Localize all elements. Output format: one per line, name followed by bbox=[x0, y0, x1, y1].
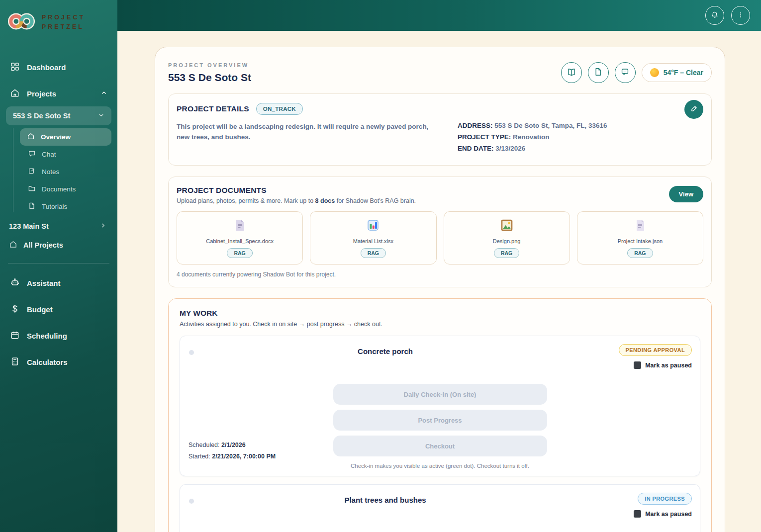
field-address: ADDRESS: 553 S De Soto St, Tampa, FL, 33… bbox=[458, 122, 703, 129]
project-selector[interactable]: 553 S De Soto St bbox=[6, 106, 111, 125]
project-subnav: Overview Chat Note bbox=[5, 128, 112, 215]
topbar bbox=[117, 0, 761, 31]
document-card[interactable]: Material List.xlsx RAG bbox=[310, 211, 436, 265]
sidebar-item-assistant[interactable]: Assistant bbox=[5, 272, 112, 294]
notifications-button[interactable] bbox=[705, 6, 724, 25]
activity-footer-note: Check-in makes you visible as active (gr… bbox=[188, 463, 692, 469]
sidebar-divider bbox=[8, 263, 109, 264]
my-work-subtitle: Activities assigned to you. Check in on … bbox=[180, 321, 700, 328]
home-icon bbox=[10, 88, 20, 99]
chevron-right-icon bbox=[100, 222, 106, 230]
brand: PROJECT PRETZEL bbox=[0, 0, 117, 44]
pencil-icon bbox=[690, 104, 698, 114]
document-card[interactable]: Design.png RAG bbox=[444, 211, 570, 265]
page-icon bbox=[593, 67, 603, 78]
pause-label: Mark as paused bbox=[645, 511, 692, 518]
field-project-type: PROJECT TYPE: Renovation bbox=[458, 133, 703, 141]
pretzel-logo-icon bbox=[7, 10, 36, 35]
sun-icon bbox=[650, 68, 659, 77]
sidebar-item-label: Chat bbox=[42, 151, 56, 158]
document-name: Cabinet_Install_Specs.docx bbox=[206, 238, 274, 244]
project-documents-subtitle: Upload plans, photos, permits & more. Ma… bbox=[177, 197, 416, 204]
kebab-menu-icon bbox=[737, 11, 745, 20]
checkbox-icon[interactable] bbox=[634, 361, 641, 369]
presence-dot bbox=[189, 350, 194, 355]
document-card[interactable]: Project Intake.json RAG bbox=[577, 211, 703, 265]
bell-icon bbox=[710, 10, 719, 21]
sidebar-item-projects[interactable]: Projects bbox=[5, 83, 112, 104]
field-end-date: END DATE: 3/13/2026 bbox=[458, 145, 703, 152]
main-area: PROJECT OVERVIEW 553 S De Soto St bbox=[117, 0, 761, 532]
kebab-menu-button[interactable] bbox=[731, 6, 750, 25]
sidebar-item-label: Notes bbox=[42, 168, 59, 176]
rag-badge: RAG bbox=[227, 248, 252, 258]
sidebar-item-label: Budget bbox=[27, 305, 53, 314]
sidebar-item-documents[interactable]: Documents bbox=[5, 180, 112, 198]
weather-widget[interactable]: 54°F – Clear bbox=[642, 63, 712, 82]
sidebar-item-label: Tutorials bbox=[42, 203, 67, 210]
status-badge: IN PROGRESS bbox=[638, 493, 692, 505]
edit-project-button[interactable] bbox=[684, 100, 703, 119]
documents-footnote: 4 documents currently powering Shadow Bo… bbox=[177, 271, 703, 278]
page-content: PROJECT OVERVIEW 553 S De Soto St bbox=[117, 31, 761, 532]
sidebar-item-label: Calculators bbox=[27, 358, 68, 366]
page-eyebrow: PROJECT OVERVIEW bbox=[168, 62, 251, 68]
chat-button[interactable] bbox=[615, 62, 636, 83]
mark-as-paused-toggle[interactable]: Mark as paused bbox=[634, 510, 692, 518]
project-documents-section: PROJECT DOCUMENTS Upload plans, photos, … bbox=[168, 177, 712, 287]
sidebar-item-label: Assistant bbox=[27, 279, 61, 287]
rag-badge: RAG bbox=[361, 248, 386, 258]
checkbox-icon[interactable] bbox=[634, 510, 641, 518]
project-details-title: PROJECT DETAILS bbox=[177, 104, 249, 113]
project-details-section: PROJECT DETAILS ON_TRACK This project wi… bbox=[168, 93, 712, 166]
daily-check-in-button[interactable]: Daily Check-in (On site) bbox=[333, 384, 547, 405]
dollar-icon bbox=[10, 304, 20, 315]
sidebar-item-label: Scheduling bbox=[27, 332, 67, 340]
page-title: 553 S De Soto St bbox=[168, 72, 251, 84]
sidebar-nav: Dashboard Projects bbox=[0, 44, 117, 378]
sidebar-item-123-main-st[interactable]: 123 Main St bbox=[5, 217, 112, 235]
project-selector-label: 553 S De Soto St bbox=[13, 112, 70, 120]
sidebar-item-tutorials[interactable]: Tutorials bbox=[5, 198, 112, 215]
sidebar-item-calculators[interactable]: Calculators bbox=[5, 352, 112, 373]
mark-as-paused-toggle[interactable]: Mark as paused bbox=[634, 361, 692, 369]
sidebar-item-budget[interactable]: Budget bbox=[5, 299, 112, 320]
doc-file-icon bbox=[233, 218, 247, 234]
sidebar: PROJECT PRETZEL Dashboard bbox=[0, 0, 117, 532]
project-overview-card: PROJECT OVERVIEW 553 S De Soto St bbox=[155, 47, 725, 532]
sidebar-item-scheduling[interactable]: Scheduling bbox=[5, 325, 112, 347]
sidebar-item-label: Overview bbox=[41, 133, 71, 141]
document-name: Material List.xlsx bbox=[353, 238, 393, 244]
sidebar-item-label: 123 Main St bbox=[9, 222, 49, 230]
checkout-button[interactable]: Checkout bbox=[333, 436, 547, 456]
docs-book-button[interactable] bbox=[561, 62, 582, 83]
pause-label: Mark as paused bbox=[645, 362, 692, 369]
document-card[interactable]: Cabinet_Install_Specs.docx RAG bbox=[177, 211, 303, 265]
home-icon bbox=[27, 132, 35, 142]
file-icon bbox=[28, 202, 36, 211]
sidebar-item-dashboard[interactable]: Dashboard bbox=[5, 57, 112, 78]
view-documents-button[interactable]: View bbox=[669, 186, 703, 202]
sidebar-item-notes[interactable]: Notes bbox=[5, 163, 112, 180]
sidebar-item-chat[interactable]: Chat bbox=[5, 146, 112, 163]
sidebar-item-label: All Projects bbox=[23, 241, 63, 249]
page-doc-button[interactable] bbox=[588, 62, 609, 83]
activity-title: Plant trees and bushes bbox=[188, 493, 582, 518]
chat-dots-icon bbox=[620, 67, 630, 78]
presence-dot bbox=[189, 499, 194, 504]
rag-badge: RAG bbox=[494, 248, 519, 258]
home-icon bbox=[9, 240, 17, 250]
my-work-section: MY WORK Activities assigned to you. Chec… bbox=[168, 298, 712, 532]
folder-icon bbox=[28, 184, 36, 194]
grid-icon bbox=[10, 62, 20, 73]
activity-title: Concrete porch bbox=[188, 344, 582, 369]
activity-card-concrete-porch: Concrete porch PENDING APPROVAL Mark as … bbox=[180, 336, 700, 476]
project-documents-title: PROJECT DOCUMENTS bbox=[177, 186, 416, 195]
spreadsheet-chart-icon bbox=[366, 218, 380, 234]
activity-dates: Scheduled: 2/1/2026 Started: 2/21/2026, … bbox=[189, 442, 276, 460]
sidebar-item-all-projects[interactable]: All Projects bbox=[5, 235, 112, 255]
status-badge: ON_TRACK bbox=[256, 103, 303, 115]
my-work-title: MY WORK bbox=[180, 309, 700, 318]
post-progress-button[interactable]: Post Progress bbox=[333, 410, 547, 431]
sidebar-item-overview[interactable]: Overview bbox=[20, 128, 111, 146]
